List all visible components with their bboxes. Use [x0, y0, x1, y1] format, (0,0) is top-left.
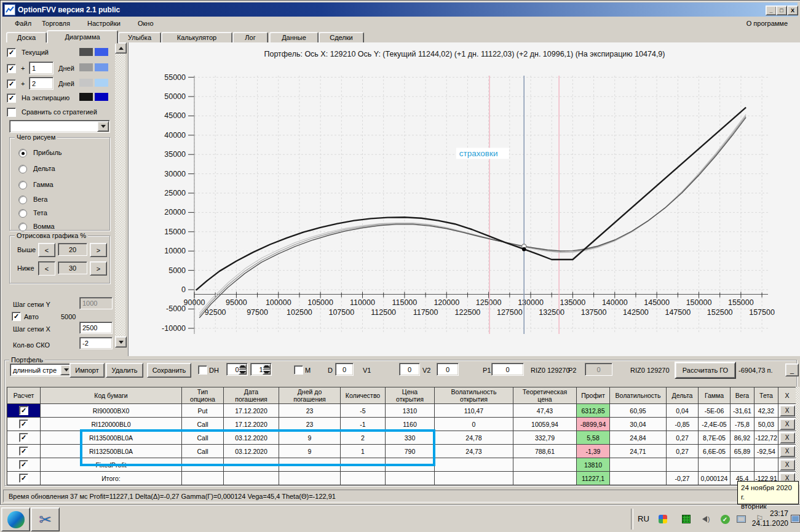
app-tray-icon[interactable]: [658, 514, 668, 524]
auto-grid-checkbox[interactable]: ✓: [12, 312, 21, 321]
tab-smile[interactable]: Улыбка: [118, 32, 161, 43]
column-header[interactable]: Цена открытия: [386, 387, 435, 404]
clock-date[interactable]: 24.11.2020: [747, 519, 788, 528]
spinner-arrows[interactable]: [263, 364, 271, 375]
dh-spinner-1[interactable]: 0: [226, 363, 248, 376]
remove-row-button[interactable]: X: [780, 446, 795, 457]
p1-field[interactable]: 0: [491, 363, 524, 376]
row-calc-checkbox[interactable]: ✓: [19, 460, 28, 469]
radio-theta[interactable]: [18, 209, 27, 218]
plus2-days-input[interactable]: 2: [29, 77, 53, 90]
delete-button[interactable]: Удалить: [106, 363, 143, 378]
menu-file[interactable]: Файл: [14, 19, 33, 30]
dh-spinner-2[interactable]: 1: [250, 363, 272, 376]
tab-deals[interactable]: Сделки: [319, 32, 364, 43]
menu-settings[interactable]: Настройки: [86, 19, 122, 30]
sko-count-field[interactable]: -2: [79, 337, 113, 349]
tab-data[interactable]: Данные: [269, 32, 319, 43]
row-calc-cell[interactable]: ✓: [7, 445, 41, 458]
radio-gamma[interactable]: [18, 181, 27, 189]
remove-row-button[interactable]: X: [780, 405, 795, 416]
row-calc-checkbox[interactable]: ✓: [19, 447, 28, 456]
strategy-dropdown[interactable]: [9, 120, 110, 133]
plus1-curve-checkbox[interactable]: ✓: [7, 64, 16, 73]
collapse-button[interactable]: _: [785, 363, 799, 376]
column-header[interactable]: Волатильность открытия: [435, 387, 513, 404]
below-decrease-button[interactable]: <: [38, 261, 55, 276]
current-curve-checkbox[interactable]: ✓: [7, 48, 16, 57]
column-header[interactable]: Волатильность: [610, 387, 667, 404]
column-header[interactable]: Тета: [754, 387, 778, 404]
import-button[interactable]: Импорт: [69, 363, 105, 378]
column-header[interactable]: Дельта: [667, 387, 699, 404]
v1-field[interactable]: 0: [399, 363, 420, 376]
menu-trading[interactable]: Торговля: [41, 19, 71, 30]
menu-window[interactable]: Окно: [137, 19, 155, 30]
tab-diagram[interactable]: Диаграмма: [47, 30, 118, 44]
security-ok-tray-icon[interactable]: ✓: [720, 514, 730, 524]
row-calc-checkbox[interactable]: ✓: [19, 474, 28, 483]
radio-vomma[interactable]: [18, 223, 27, 231]
save-button[interactable]: Сохранить: [147, 363, 191, 378]
column-header[interactable]: Дней до погашения: [279, 387, 341, 404]
column-header[interactable]: X: [778, 387, 796, 404]
column-header[interactable]: Вега: [731, 387, 754, 404]
tab-log[interactable]: Лог: [232, 32, 268, 43]
row-calc-checkbox[interactable]: ✓: [19, 406, 28, 415]
strategy-dropdown-arrow[interactable]: [97, 121, 109, 132]
above-value-field[interactable]: 20: [58, 243, 87, 256]
tab-board[interactable]: Доска: [6, 32, 47, 43]
row-calc-checkbox[interactable]: ✓: [19, 433, 28, 442]
language-indicator[interactable]: RU: [638, 514, 649, 523]
maximize-button[interactable]: □: [776, 6, 787, 15]
sidebar-scrollbar[interactable]: [115, 42, 125, 346]
tab-calculator[interactable]: Калькулятор: [161, 32, 232, 43]
grid-step-x-field[interactable]: 2500: [79, 322, 113, 334]
below-increase-button[interactable]: >: [90, 261, 107, 276]
payoff-chart[interactable]: -10000-500005000100001500020000250003000…: [129, 42, 800, 356]
remove-row-button[interactable]: X: [780, 432, 795, 443]
row-calc-cell[interactable]: ✓: [7, 418, 41, 431]
volume-tray-icon[interactable]: ): [701, 514, 711, 524]
row-calc-cell[interactable]: ✓: [7, 404, 41, 418]
plus2-curve-checkbox[interactable]: ✓: [7, 79, 16, 89]
row-calc-cell[interactable]: ✓: [7, 431, 41, 445]
expiration-curve-checkbox[interactable]: ✓: [7, 93, 16, 103]
radio-delta[interactable]: [18, 165, 27, 173]
show-desktop-icon[interactable]: [791, 515, 800, 523]
d-field[interactable]: 0: [335, 363, 354, 376]
connection-tray-icon[interactable]: [736, 514, 746, 524]
v2-field[interactable]: 0: [437, 363, 459, 376]
column-header[interactable]: Расчет: [7, 387, 41, 404]
above-increase-button[interactable]: >: [90, 243, 107, 257]
remove-row-button[interactable]: X: [780, 459, 795, 470]
snipping-tool-button[interactable]: ✂: [31, 507, 60, 531]
minimize-button[interactable]: _: [766, 6, 777, 15]
menu-about[interactable]: О программе: [745, 19, 789, 30]
row-calc-cell[interactable]: ✓: [7, 472, 41, 485]
above-decrease-button[interactable]: <: [38, 243, 55, 257]
scroll-down-button[interactable]: [115, 336, 127, 347]
preset-combobox[interactable]: длинный стре: [10, 363, 73, 376]
column-header[interactable]: Тип опциона: [182, 387, 224, 404]
table-row[interactable]: ✓RI90000BX0Put17.12.202023-51310110,4747…: [7, 404, 796, 418]
remove-row-button[interactable]: X: [780, 419, 795, 430]
scroll-up-button[interactable]: [115, 42, 127, 54]
dh-checkbox[interactable]: [198, 365, 207, 375]
radio-profit[interactable]: [18, 149, 27, 157]
m-checkbox[interactable]: [294, 365, 303, 375]
column-header[interactable]: Профит: [577, 387, 610, 404]
network-activity-tray-icon[interactable]: [681, 514, 691, 524]
table-row[interactable]: ✓Итого:11227,1-0,270,00012445,4-122,91X: [7, 472, 796, 485]
row-calc-checkbox[interactable]: ✓: [19, 419, 28, 429]
close-button[interactable]: X: [787, 6, 798, 15]
calculate-go-button[interactable]: Рассчитать ГО: [675, 362, 736, 379]
below-value-field[interactable]: 30: [58, 261, 87, 274]
column-header[interactable]: Код бумаги: [41, 387, 182, 404]
column-header[interactable]: Теоретическая цена: [513, 387, 577, 404]
plus1-days-input[interactable]: 1: [29, 62, 53, 74]
row-calc-cell[interactable]: ✓: [7, 458, 41, 472]
column-header[interactable]: Количество: [341, 387, 386, 404]
title-bar[interactable]: OptionFVV версия 2.1 public: [2, 2, 798, 17]
radio-vega[interactable]: [18, 196, 27, 204]
